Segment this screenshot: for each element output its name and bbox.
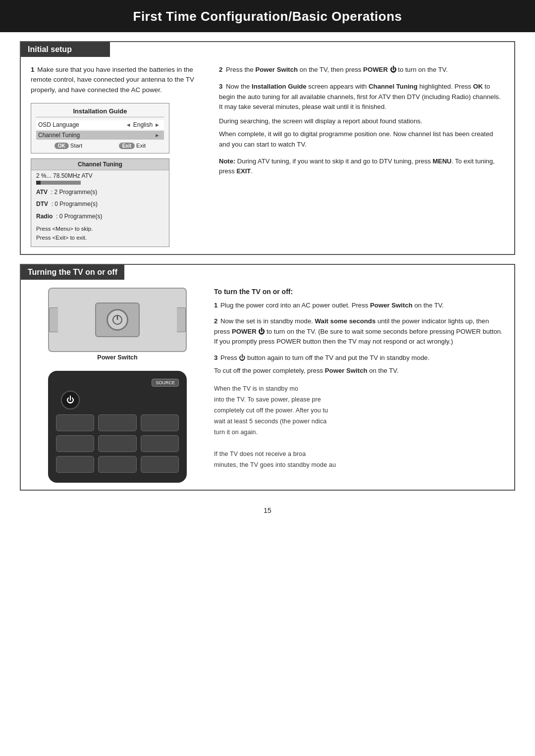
standby-line3: completely cut off the power. After you … — [214, 405, 504, 416]
step3-para3: When complete, it will go to digital pro… — [219, 129, 504, 150]
step3-text: Now the Installation Guide screen appear… — [219, 83, 501, 110]
initial-setup-content: 1 Make sure that you have inserted the b… — [21, 57, 514, 254]
turn-step2-number: 2 — [214, 317, 217, 325]
turn-step1-text: Plug the power cord into an AC power out… — [220, 302, 444, 309]
step3-block: 3 Now the Installation Guide screen appe… — [219, 82, 504, 150]
step2-block: 2 Press the Power Switch on the TV, then… — [219, 65, 504, 75]
remote-source-btn: SOURCE — [152, 379, 179, 387]
osd-language-value: English — [133, 121, 153, 128]
ok-label: Start — [70, 143, 82, 149]
tv-back-inner — [95, 302, 140, 337]
ct-radio-row: Radio : 0 Programme(s) — [31, 210, 169, 222]
install-guide-row-osd: OSD Language ◄ English ► — [36, 120, 164, 129]
turning-inner: Power Switch SOURCE ⏻ — [31, 288, 504, 483]
turn-step3: 3 Press ⏻ button again to turn off the T… — [214, 353, 504, 376]
ig-ok-button: OK Start — [54, 143, 82, 149]
step1-content: Make sure that you have inserted the bat… — [31, 66, 194, 94]
installation-guide-box: Installation Guide OSD Language ◄ Englis… — [31, 103, 169, 153]
ct-menu-text: Press <Menu> to skip. Press <Exit> to ex… — [31, 222, 169, 243]
initial-setup-right: 2 Press the Power Switch on the TV, then… — [219, 65, 504, 247]
note-text: During ATV tuning, if you want to skip i… — [219, 157, 495, 175]
step1-number: 1 — [31, 66, 35, 73]
turn-step3-text: Press ⏻ button again to turn off the TV … — [220, 354, 429, 361]
remote-btn-5 — [98, 435, 136, 452]
power-switch-label: Power Switch — [97, 354, 137, 361]
ct-dtv-value: : 0 Programme(s) — [50, 201, 98, 207]
channel-right-arrow: ► — [155, 132, 160, 138]
standby-line7: minutes, the TV goes into standby mode a… — [214, 460, 504, 471]
initial-setup-left: 1 Make sure that you have inserted the b… — [31, 65, 219, 247]
remote-btn-8 — [98, 456, 136, 473]
ct-progress-bar-container — [36, 181, 81, 185]
ct-radio-label: Radio — [36, 213, 53, 220]
ct-atv-row: ATV : 2 Programme(s) — [31, 186, 169, 198]
standby-line4: wait at least 5 seconds (the power ndica — [214, 416, 504, 427]
channel-tuning-label: Channel Tuning — [38, 132, 153, 139]
osd-language-label: OSD Language — [38, 121, 124, 128]
power-icon: ⏻ — [66, 396, 74, 404]
ct-dtv-row: DTV : 0 Programme(s) — [31, 198, 169, 210]
turn-step2: 2 Now the set is in standby mode. Wait s… — [214, 316, 504, 347]
remote-btn-9 — [141, 456, 179, 473]
remote-top-area: SOURCE — [56, 379, 179, 387]
remote-power-btn: ⏻ — [61, 391, 80, 409]
ct-atv-value: : 2 Programme(s) — [49, 189, 97, 196]
ig-exit-button: Exit Exit — [119, 143, 146, 149]
initial-setup-inner: 1 Make sure that you have inserted the b… — [31, 65, 504, 247]
ct-menu-skip: Press <Menu> to skip. — [36, 224, 164, 233]
main-content: Initial setup 1 Make sure that you have … — [0, 32, 535, 491]
remote-btn-2 — [98, 414, 136, 431]
note-label: Note: — [219, 157, 235, 165]
initial-setup-section: Initial setup 1 Make sure that you have … — [20, 41, 515, 255]
ct-menu-exit: Press <Exit> to exit. — [36, 233, 164, 242]
power-switch-icon — [112, 314, 123, 325]
standby-text-block: When the TV is in standby mo into the TV… — [214, 384, 504, 470]
remote-btn-1 — [56, 414, 94, 431]
turning-right: To turn the TV on or off: 1 Plug the pow… — [214, 288, 504, 483]
step2-number: 2 — [219, 66, 222, 73]
ct-progress-bar — [36, 181, 41, 185]
standby-line5: turn it on again. — [214, 427, 504, 438]
osd-right-arrow: ► — [155, 122, 160, 128]
initial-setup-title: Initial setup — [21, 42, 110, 57]
ct-header: Channel Tuning — [31, 159, 169, 170]
standby-line6: If the TV does not receive a broa — [214, 449, 504, 460]
page-number: 15 — [0, 500, 535, 519]
install-guide-row-channel: Channel Tuning ► — [36, 131, 164, 140]
remote-btn-4 — [56, 435, 94, 452]
remote-btn-3 — [141, 414, 179, 431]
channel-tuning-box: Channel Tuning 2 %... 78.50MHz ATV ATV :… — [31, 158, 169, 247]
page: First Time Configuration/Basic Operation… — [0, 0, 535, 756]
turn-on-off-title: To turn the TV on or off: — [214, 288, 504, 296]
ct-radio-value: : 0 Programme(s) — [54, 213, 103, 220]
note-block: Note: During ATV tuning, if you want to … — [219, 156, 504, 176]
install-guide-title: Installation Guide — [36, 107, 164, 117]
tv-back-illustration — [48, 288, 187, 352]
install-guide-buttons: OK Start Exit Exit — [36, 143, 164, 149]
ct-atv-label: ATV — [36, 189, 48, 196]
step3-number: 3 — [219, 83, 222, 90]
turn-step1: 1 Plug the power cord into an AC power o… — [214, 301, 504, 310]
page-title: First Time Configuration/Basic Operation… — [133, 9, 402, 24]
turn-step3-number: 3 — [214, 354, 217, 361]
standby-line2: into the TV. To save power, please pre — [214, 395, 504, 405]
tv-back-circle — [107, 309, 128, 331]
step2-text: Press the Power Switch on the TV, then p… — [226, 66, 448, 73]
standby-line1: When the TV is in standby mo — [214, 384, 504, 395]
ct-dtv-label: DTV — [36, 201, 48, 207]
remote-illustration: SOURCE ⏻ — [48, 371, 187, 483]
turning-section: Turning the TV on or off — [20, 264, 515, 491]
remote-buttons-grid — [56, 414, 179, 473]
remote-power-row: ⏻ — [56, 391, 179, 409]
remote-btn-7 — [56, 456, 94, 473]
ct-freq-text: 2 %... 78.50MHz ATV — [36, 172, 93, 179]
osd-left-arrow: ◄ — [126, 122, 131, 128]
step1-text: 1 Make sure that you have inserted the b… — [31, 65, 207, 95]
step3-para2: During searching, the screen will displa… — [219, 116, 504, 126]
exit-key: Exit — [119, 143, 135, 149]
ct-freq-row: 2 %... 78.50MHz ATV — [31, 170, 169, 179]
page-header: First Time Configuration/Basic Operation… — [0, 0, 535, 32]
turning-section-title: Turning the TV on or off — [21, 265, 124, 280]
exit-label: Exit — [136, 143, 146, 149]
turning-left: Power Switch SOURCE ⏻ — [31, 288, 214, 483]
